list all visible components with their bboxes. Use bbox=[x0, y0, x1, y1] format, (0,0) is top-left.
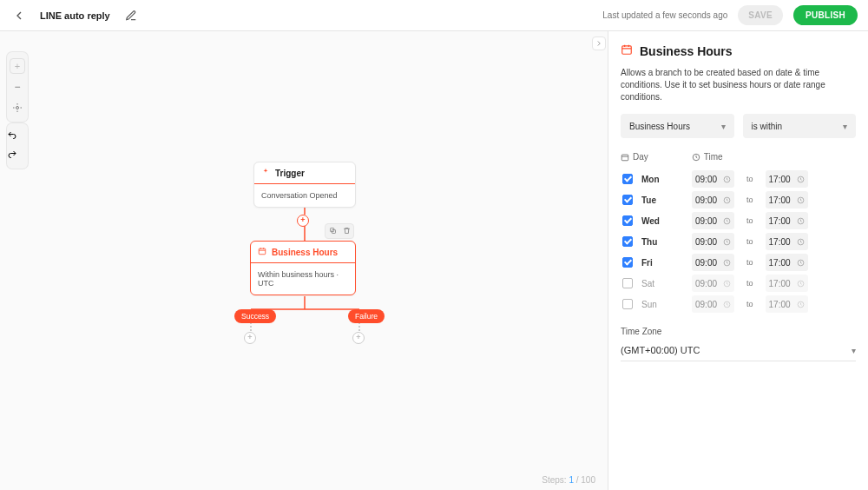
type-select[interactable]: Business Hours ▾ bbox=[621, 114, 734, 138]
day-checkbox[interactable] bbox=[622, 215, 633, 226]
day-label: Thu bbox=[641, 237, 666, 247]
branch-failure[interactable]: Failure bbox=[348, 309, 385, 323]
days-list: Mon09:00to17:00Tue09:00to17:00Wed09:00to… bbox=[622, 169, 856, 315]
condition-select[interactable]: is within ▾ bbox=[743, 114, 857, 138]
trash-icon[interactable] bbox=[343, 227, 351, 236]
time-from[interactable]: 09:00 bbox=[692, 254, 734, 271]
time-from[interactable]: 09:00 bbox=[692, 212, 734, 229]
branch-success[interactable]: Success bbox=[234, 309, 276, 323]
node-business-hours[interactable]: Business Hours Within business hours · U… bbox=[250, 241, 356, 295]
node-bh-body: Within business hours · UTC bbox=[251, 263, 355, 295]
steps-sep: / bbox=[576, 475, 579, 485]
time-from[interactable]: 09:00 bbox=[692, 295, 734, 313]
add-after-failure[interactable]: + bbox=[352, 332, 365, 344]
to-label: to bbox=[746, 300, 753, 308]
header-right: Last updated a few seconds ago SAVE PUBL… bbox=[602, 5, 858, 25]
fit-button[interactable] bbox=[7, 99, 28, 116]
steps-prefix: Steps: bbox=[542, 475, 566, 485]
time-to[interactable]: 17:00 bbox=[766, 191, 808, 209]
steps-total: 100 bbox=[581, 475, 595, 485]
publish-button[interactable]: PUBLISH bbox=[793, 5, 858, 25]
chevron-down-icon: ▾ bbox=[721, 122, 726, 131]
panel-title-text: Business Hours bbox=[640, 44, 733, 58]
svg-rect-3 bbox=[259, 248, 266, 255]
main: + − bbox=[0, 31, 868, 490]
zoom-out-button[interactable]: − bbox=[7, 78, 28, 96]
day-row: Fri09:00to17:00 bbox=[622, 252, 856, 273]
day-checkbox[interactable] bbox=[622, 174, 633, 184]
header-left: LINE auto reply bbox=[10, 7, 140, 24]
save-button[interactable]: SAVE bbox=[738, 5, 783, 25]
time-to[interactable]: 17:00 bbox=[766, 170, 808, 188]
day-label: Sun bbox=[641, 300, 666, 309]
day-row: Tue09:00to17:00 bbox=[622, 189, 856, 210]
back-icon[interactable] bbox=[10, 7, 28, 24]
app-header: LINE auto reply Last updated a few secon… bbox=[0, 0, 868, 31]
node-bh-title: Business Hours bbox=[272, 248, 338, 257]
time-from[interactable]: 09:00 bbox=[692, 191, 734, 209]
node-trigger[interactable]: Trigger Conversation Opened bbox=[253, 162, 356, 208]
type-select-value: Business Hours bbox=[629, 122, 690, 131]
redo-button[interactable] bbox=[7, 148, 28, 163]
zoom-in-button[interactable]: + bbox=[7, 57, 28, 75]
to-label: to bbox=[746, 175, 753, 183]
to-label: to bbox=[746, 237, 753, 246]
steps-current: 1 bbox=[569, 475, 574, 485]
time-to[interactable]: 17:00 bbox=[766, 295, 808, 313]
svg-rect-5 bbox=[621, 155, 628, 161]
copy-icon[interactable] bbox=[329, 227, 337, 236]
canvas-toolbar-history bbox=[7, 123, 28, 169]
svg-point-0 bbox=[16, 107, 19, 109]
day-label: Mon bbox=[641, 175, 666, 184]
day-label: Wed bbox=[641, 216, 666, 226]
day-row: Wed09:00to17:00 bbox=[622, 210, 856, 231]
day-checkbox[interactable] bbox=[622, 257, 633, 268]
day-checkbox[interactable] bbox=[622, 299, 633, 309]
time-from[interactable]: 09:00 bbox=[692, 170, 734, 188]
calendar-icon bbox=[258, 247, 266, 257]
collapse-panel-button[interactable] bbox=[592, 36, 606, 50]
day-row: Thu09:00to17:00 bbox=[622, 231, 856, 252]
day-time-header: Day Time bbox=[621, 152, 856, 162]
time-to[interactable]: 17:00 bbox=[766, 275, 808, 292]
node-trigger-header: Trigger bbox=[254, 162, 355, 184]
svg-rect-4 bbox=[622, 46, 632, 54]
node-bh-header: Business Hours bbox=[251, 242, 355, 263]
day-checkbox[interactable] bbox=[622, 236, 633, 247]
to-label: to bbox=[746, 216, 753, 225]
condition-select-value: is within bbox=[752, 122, 783, 131]
add-after-success[interactable]: + bbox=[244, 332, 256, 344]
day-label: Sat bbox=[641, 279, 666, 288]
to-label: to bbox=[746, 258, 753, 267]
to-label: to bbox=[746, 195, 753, 204]
time-column-header: Time bbox=[692, 152, 723, 162]
time-to[interactable]: 17:00 bbox=[766, 254, 808, 271]
day-column-header: Day bbox=[621, 152, 648, 162]
inspector-panel: Business Hours Allows a branch to be cre… bbox=[608, 31, 868, 490]
time-to[interactable]: 17:00 bbox=[766, 212, 808, 229]
panel-title: Business Hours bbox=[621, 43, 856, 58]
time-from[interactable]: 09:00 bbox=[692, 275, 734, 292]
day-row: Sat09:00to17:00 bbox=[622, 273, 856, 294]
add-step-button[interactable]: + bbox=[297, 215, 309, 227]
panel-description: Allows a branch to be created based on d… bbox=[621, 67, 856, 103]
timezone-select[interactable]: (GMT+00:00) UTC ▾ bbox=[621, 341, 856, 361]
day-row: Sun09:00to17:00 bbox=[622, 294, 856, 315]
day-checkbox[interactable] bbox=[622, 195, 633, 205]
day-row: Mon09:00to17:00 bbox=[622, 169, 856, 189]
steps-counter: Steps: 1 / 100 bbox=[542, 475, 595, 485]
workflow-canvas[interactable]: + − bbox=[0, 31, 608, 490]
node-actions bbox=[325, 223, 354, 239]
time-from[interactable]: 09:00 bbox=[692, 233, 734, 250]
edit-icon[interactable] bbox=[122, 7, 140, 24]
timezone-value: (GMT+00:00) UTC bbox=[621, 345, 700, 355]
undo-button[interactable] bbox=[7, 129, 28, 144]
page-title: LINE auto reply bbox=[40, 10, 110, 21]
condition-selects: Business Hours ▾ is within ▾ bbox=[621, 114, 856, 138]
node-trigger-body: Conversation Opened bbox=[254, 184, 355, 207]
last-updated: Last updated a few seconds ago bbox=[602, 10, 727, 20]
day-checkbox[interactable] bbox=[622, 278, 633, 288]
time-to[interactable]: 17:00 bbox=[766, 233, 808, 250]
chevron-down-icon: ▾ bbox=[852, 346, 856, 355]
to-label: to bbox=[746, 279, 753, 288]
